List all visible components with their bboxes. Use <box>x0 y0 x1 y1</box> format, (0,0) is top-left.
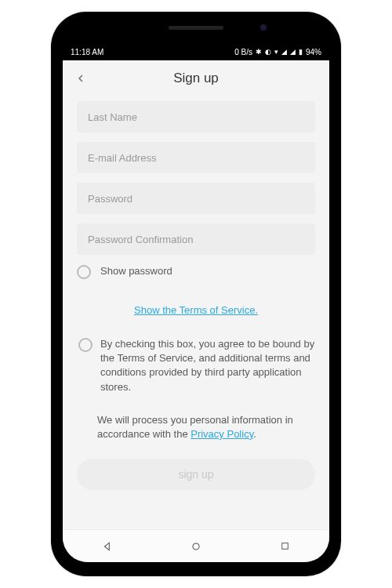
agree-terms-text: By checking this box, you agree to be bo… <box>100 337 315 394</box>
status-bar: 11:18 AM 0 B/s ✱ ◐ ▾ ◢ ◢ ▮ 94% <box>63 43 329 60</box>
android-nav-bar <box>63 529 329 562</box>
svg-point-1 <box>193 543 199 549</box>
nav-recent-icon[interactable] <box>278 540 291 553</box>
password-field[interactable]: Password <box>77 183 315 214</box>
svg-rect-2 <box>282 543 289 550</box>
privacy-block: We will process you personal information… <box>77 413 315 441</box>
phone-inner: 11:18 AM 0 B/s ✱ ◐ ▾ ◢ ◢ ▮ 94% <box>59 20 333 568</box>
nav-back-icon[interactable] <box>101 540 114 553</box>
status-time: 11:18 AM <box>71 48 103 56</box>
show-password-row: Show password <box>77 264 315 279</box>
content-area: Last Name E-mail Address Password Passwo… <box>63 96 329 529</box>
show-password-checkbox[interactable] <box>77 265 91 279</box>
tos-link-row: Show the Terms of Service. <box>77 303 315 317</box>
earpiece <box>169 26 223 30</box>
back-button[interactable] <box>72 70 89 87</box>
svg-marker-0 <box>104 543 109 550</box>
wifi-icon: ▾ <box>274 48 278 56</box>
front-camera <box>260 24 267 31</box>
email-placeholder: E-mail Address <box>88 152 156 164</box>
status-net-speed: 0 B/s <box>234 48 252 56</box>
status-battery-pct: 94% <box>306 48 321 56</box>
signal-icon: ◢ <box>281 48 287 56</box>
password-placeholder: Password <box>88 193 132 205</box>
status-right: 0 B/s ✱ ◐ ▾ ◢ ◢ ▮ 94% <box>234 48 321 56</box>
agree-terms-checkbox[interactable] <box>78 338 93 352</box>
email-field[interactable]: E-mail Address <box>77 142 315 173</box>
password-confirm-field[interactable]: Password Confirmation <box>77 223 315 255</box>
agree-terms-row: By checking this box, you agree to be bo… <box>77 337 315 394</box>
battery-icon: ▮ <box>299 48 303 56</box>
last-name-placeholder: Last Name <box>88 111 137 123</box>
bluetooth-icon: ✱ <box>256 48 262 56</box>
phone-frame: 11:18 AM 0 B/s ✱ ◐ ▾ ◢ ◢ ▮ 94% <box>51 12 341 576</box>
screen: 11:18 AM 0 B/s ✱ ◐ ▾ ◢ ◢ ▮ 94% <box>63 43 329 562</box>
privacy-suffix: . <box>253 428 256 440</box>
app-bar: Sign up <box>63 60 329 96</box>
tos-link[interactable]: Show the Terms of Service. <box>134 304 258 316</box>
signal-icon-2: ◢ <box>290 48 296 56</box>
password-confirm-placeholder: Password Confirmation <box>88 234 193 245</box>
signup-button-label: sign up <box>178 468 213 481</box>
show-password-label: Show password <box>100 264 172 278</box>
privacy-policy-link[interactable]: Privacy Policy <box>191 428 253 440</box>
page-title: Sign up <box>89 71 303 86</box>
last-name-field[interactable]: Last Name <box>77 101 315 132</box>
nav-home-icon[interactable] <box>190 540 202 553</box>
signup-button[interactable]: sign up <box>77 459 315 490</box>
vibrate-icon: ◐ <box>265 48 271 56</box>
